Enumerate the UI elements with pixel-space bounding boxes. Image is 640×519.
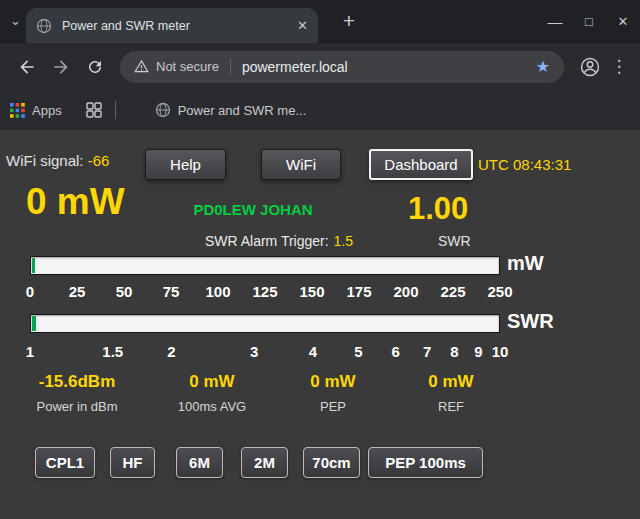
tab-title: Power and SWR meter [62, 19, 289, 33]
maximize-button[interactable]: □ [572, 0, 606, 43]
security-label: Not secure [156, 59, 219, 74]
scale-tick: 25 [69, 283, 86, 300]
scale-tick: 4 [309, 343, 317, 360]
apps-shortcut[interactable] [10, 103, 25, 118]
bookmark-label: Power and SWR me... [178, 103, 307, 118]
grid-outline-icon [86, 102, 102, 118]
not-secure-warning-icon [134, 59, 149, 74]
tab-search-chevron-icon[interactable]: ⌄ [10, 13, 21, 28]
page-content: WiFi signal: -66 Help WiFi Dashboard UTC… [0, 130, 640, 519]
readout-label: 100ms AVG [178, 399, 246, 414]
scale-tick: 250 [487, 283, 512, 300]
bookmark-item[interactable]: Power and SWR me... [155, 102, 307, 118]
forward-button[interactable] [47, 53, 75, 81]
dashboard-button[interactable]: Dashboard [369, 149, 473, 180]
browser-toolbar: Not secure powermeter.local ★ ⋮ [0, 43, 640, 90]
readout-avg: 0 mW 100ms AVG [178, 372, 246, 414]
readout-pep: 0 mW PEP [310, 372, 355, 414]
scale-tick: 1 [26, 343, 34, 360]
power-display: 0 mW [26, 181, 125, 223]
new-tab-button[interactable]: + [336, 9, 362, 33]
wifi-signal-label: WiFi signal: [6, 152, 84, 169]
mw-scale: 0 25 50 75 100 125 150 175 200 225 250 [30, 283, 500, 301]
bookmarks-bar: Apps Power and SWR me... [0, 90, 640, 130]
readout-value: 0 mW [428, 372, 473, 392]
readout-label: PEP [310, 399, 355, 414]
swr-caption: SWR [438, 233, 471, 249]
hf-button[interactable]: HF [110, 447, 155, 478]
wifi-button[interactable]: WiFi [261, 149, 341, 180]
window-controls: — □ ✕ [538, 0, 640, 43]
scale-tick: 8 [450, 343, 458, 360]
2m-button[interactable]: 2M [241, 447, 288, 478]
wifi-signal: WiFi signal: -66 [6, 152, 109, 169]
readout-value: -15.6dBm [37, 372, 118, 392]
site-favicon-icon [36, 18, 52, 34]
swr-meter-bar [30, 314, 500, 333]
readout-label: Power in dBm [37, 399, 118, 414]
profile-button[interactable] [576, 53, 604, 81]
browser-window: ⌄ Power and SWR meter ✕ + — □ ✕ [0, 0, 640, 519]
swr-alarm-value: 1.5 [334, 233, 353, 249]
readout-value: 0 mW [310, 372, 355, 392]
mw-meter-indicator [32, 258, 35, 273]
scale-tick: 75 [163, 283, 180, 300]
scale-tick: 150 [299, 283, 324, 300]
grid-button[interactable] [86, 102, 102, 118]
scale-tick: 175 [346, 283, 371, 300]
reload-button[interactable] [81, 53, 109, 81]
readout-label: REF [428, 399, 473, 414]
6m-button[interactable]: 6M [176, 447, 223, 478]
swr-scale: 1 1.5 2 3 4 5 6 7 8 9 10 [30, 343, 500, 361]
account-icon [579, 56, 601, 78]
scale-tick: 7 [423, 343, 431, 360]
swr-meter-indicator [32, 316, 36, 331]
scale-tick: 0 [26, 283, 34, 300]
reload-icon [86, 58, 104, 76]
help-button[interactable]: Help [145, 149, 226, 180]
address-bar[interactable]: Not secure powermeter.local ★ [120, 51, 564, 83]
tab-strip: ⌄ Power and SWR meter ✕ + — □ ✕ [0, 0, 640, 43]
scale-tick: 200 [393, 283, 418, 300]
back-button[interactable] [13, 53, 41, 81]
tab-close-icon[interactable]: ✕ [297, 18, 308, 33]
swr-alarm-label: SWR Alarm Trigger: [205, 233, 329, 249]
readout-ref: 0 mW REF [428, 372, 473, 414]
bookmarks-divider [115, 101, 116, 119]
omnibox-divider [230, 59, 231, 75]
scale-tick: 100 [205, 283, 230, 300]
browser-menu-button[interactable]: ⋮ [608, 56, 630, 77]
scale-tick: 9 [474, 343, 482, 360]
scale-tick: 125 [252, 283, 277, 300]
70cm-button[interactable]: 70cm [303, 447, 360, 478]
window-close-button[interactable]: ✕ [606, 0, 640, 43]
scale-tick: 5 [354, 343, 362, 360]
minimize-button[interactable]: — [538, 0, 572, 43]
cpl1-button[interactable]: CPL1 [35, 447, 95, 478]
pep-100ms-button[interactable]: PEP 100ms [368, 447, 483, 478]
url-text: powermeter.local [242, 59, 528, 75]
forward-arrow-icon [51, 57, 71, 77]
browser-tab[interactable]: Power and SWR meter ✕ [26, 8, 318, 43]
readout-value: 0 mW [178, 372, 246, 392]
mw-meter-label: mW [507, 252, 544, 275]
apps-grid-icon [10, 103, 25, 118]
readout-dbm: -15.6dBm Power in dBm [37, 372, 118, 414]
utc-clock: UTC 08:43:31 [478, 156, 571, 173]
apps-label: Apps [32, 103, 62, 118]
mw-meter-bar [30, 256, 500, 275]
swr-meter-label: SWR [507, 310, 554, 333]
scale-tick: 3 [250, 343, 258, 360]
swr-alarm-trigger: SWR Alarm Trigger:1.5 [188, 233, 370, 249]
scale-tick: 1.5 [102, 343, 123, 360]
scale-tick: 2 [167, 343, 175, 360]
swr-display: 1.00 [408, 191, 468, 227]
scale-tick: 6 [391, 343, 399, 360]
callsign: PD0LEW JOHAN [178, 201, 328, 218]
back-arrow-icon [17, 57, 37, 77]
scale-tick: 225 [440, 283, 465, 300]
wifi-signal-value: -66 [88, 152, 110, 169]
bookmark-star-icon[interactable]: ★ [536, 57, 550, 76]
scale-tick: 10 [492, 343, 509, 360]
bookmark-favicon-icon [155, 102, 171, 118]
